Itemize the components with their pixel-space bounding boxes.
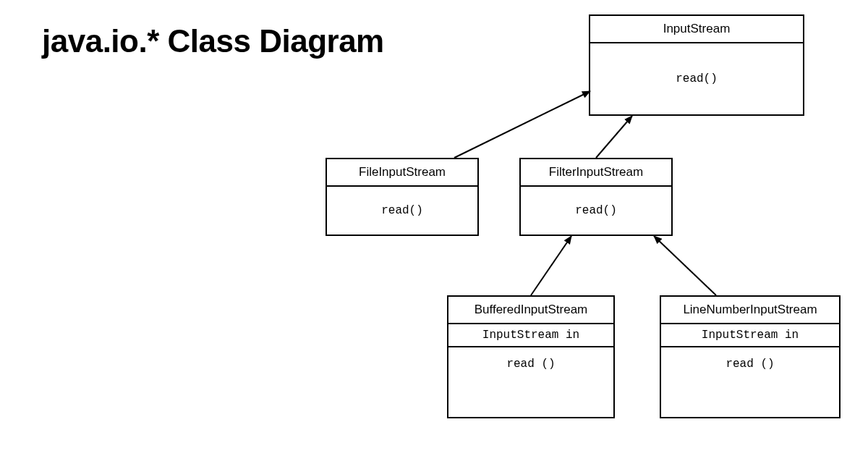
class-filterinputstream: FilterInputStream read() <box>519 158 673 236</box>
class-method-label: read () <box>448 347 613 417</box>
class-method-label: read () <box>661 347 839 417</box>
class-method-label: read() <box>327 187 477 235</box>
class-method-label: read() <box>590 43 803 114</box>
class-name-label: LineNumberInputStream <box>661 297 839 324</box>
class-name-label: FileInputStream <box>327 159 477 187</box>
class-name-label: BufferedInputStream <box>448 297 613 324</box>
svg-line-3 <box>654 236 716 295</box>
class-attr-label: InputStream in <box>661 324 839 347</box>
page-title: java.io.* Class Diagram <box>42 23 384 59</box>
svg-line-2 <box>531 236 571 295</box>
class-name-label: FilterInputStream <box>521 159 671 187</box>
class-fileinputstream: FileInputStream read() <box>326 158 479 236</box>
svg-line-0 <box>454 91 590 158</box>
class-name-label: InputStream <box>590 16 803 43</box>
class-method-label: read() <box>521 187 671 235</box>
svg-line-1 <box>596 116 632 158</box>
class-attr-label: InputStream in <box>448 324 613 347</box>
class-linenumberinputstream: LineNumberInputStream InputStream in rea… <box>660 295 841 418</box>
class-bufferedinputstream: BufferedInputStream InputStream in read … <box>447 295 615 418</box>
class-inputstream: InputStream read() <box>589 14 804 116</box>
